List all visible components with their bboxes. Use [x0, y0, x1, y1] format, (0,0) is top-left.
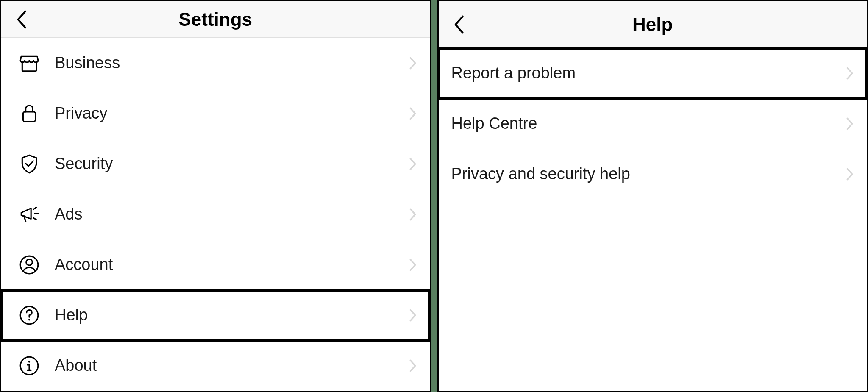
chevron-right-icon: [409, 157, 417, 171]
svg-rect-0: [23, 111, 35, 121]
chevron-right-icon: [846, 117, 854, 131]
help-item-privacy-security[interactable]: Privacy and security help: [439, 149, 867, 199]
help-item-label: Help Centre: [451, 114, 846, 133]
help-list: Report a problem Help Centre Privacy and…: [439, 48, 867, 391]
settings-item-label: Ads: [55, 205, 409, 223]
settings-item-business[interactable]: Business: [1, 38, 430, 88]
back-button[interactable]: [451, 14, 466, 35]
shield-icon: [18, 153, 40, 175]
info-circle-icon: [18, 355, 40, 377]
settings-item-label: Account: [55, 256, 409, 274]
chevron-right-icon: [846, 167, 854, 181]
settings-screen: Settings Business Privacy: [0, 0, 431, 392]
person-circle-icon: [18, 254, 40, 276]
page-title: Settings: [10, 9, 421, 30]
settings-item-ads[interactable]: Ads: [1, 189, 430, 239]
chevron-right-icon: [409, 56, 417, 70]
megaphone-icon: [18, 203, 40, 225]
page-title: Help: [447, 14, 859, 35]
svg-point-2: [26, 259, 33, 265]
settings-item-label: Help: [55, 306, 409, 324]
help-item-help-centre[interactable]: Help Centre: [439, 98, 867, 149]
help-item-label: Privacy and security help: [451, 165, 846, 183]
question-circle-icon: [18, 304, 40, 326]
settings-item-account[interactable]: Account: [1, 239, 430, 290]
settings-item-security[interactable]: Security: [1, 139, 430, 189]
chevron-right-icon: [409, 359, 417, 373]
settings-item-label: Privacy: [55, 104, 409, 122]
chevron-right-icon: [409, 208, 417, 221]
svg-point-6: [28, 361, 30, 362]
settings-item-about[interactable]: About: [1, 340, 430, 391]
settings-item-label: Security: [55, 155, 409, 173]
chevron-left-icon: [14, 9, 28, 30]
help-item-report-problem[interactable]: Report a problem: [439, 48, 867, 98]
settings-item-privacy[interactable]: Privacy: [1, 88, 430, 139]
chevron-right-icon: [409, 258, 417, 272]
storefront-icon: [18, 52, 40, 74]
lock-icon: [18, 103, 40, 125]
chevron-right-icon: [409, 107, 417, 120]
settings-item-help[interactable]: Help: [1, 290, 430, 340]
settings-item-label: Business: [55, 54, 409, 72]
help-item-label: Report a problem: [451, 64, 846, 82]
help-screen: Help Report a problem Help Centre Privac…: [437, 0, 868, 392]
help-header: Help: [439, 1, 867, 48]
svg-point-4: [28, 319, 30, 320]
settings-header: Settings: [1, 1, 430, 38]
back-button[interactable]: [14, 9, 28, 30]
chevron-right-icon: [409, 309, 417, 322]
settings-list: Business Privacy: [1, 38, 430, 391]
chevron-left-icon: [451, 14, 466, 35]
chevron-right-icon: [846, 67, 854, 80]
settings-item-label: About: [55, 356, 409, 375]
